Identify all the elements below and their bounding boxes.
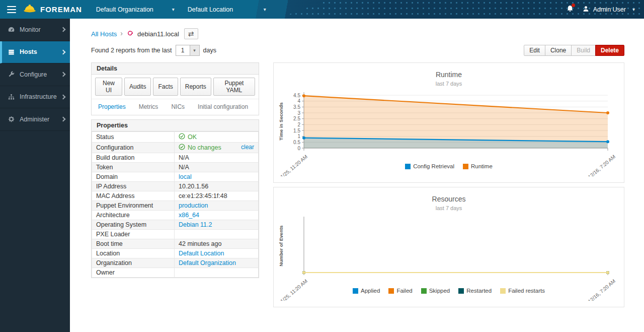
property-label: Organization xyxy=(92,258,175,268)
top-navbar: FOREMAN Default Organization Default Loc… xyxy=(0,0,644,19)
chevron-right-icon xyxy=(61,72,66,77)
gear-icon xyxy=(8,115,15,123)
property-value: 42 minutes ago xyxy=(175,239,259,249)
new-ui-button[interactable]: New UI xyxy=(95,78,122,96)
sidebar-item-label: Hosts xyxy=(20,48,37,55)
gauge-icon xyxy=(8,26,15,33)
property-row-puppet-environment: Puppet Environmentproduction xyxy=(92,201,259,211)
property-label: Location xyxy=(92,249,175,258)
puppet-yaml-button[interactable]: Puppet YAML xyxy=(213,78,255,96)
legend-item-runtime[interactable]: Runtime xyxy=(463,163,493,169)
property-value: Default Organization xyxy=(175,258,259,268)
svg-text:0.5: 0.5 xyxy=(293,140,300,145)
breadcrumb-separator: › xyxy=(120,29,123,37)
legend-item-config-retrieval[interactable]: Config Retrieval xyxy=(405,163,454,169)
hamburger-menu-button[interactable] xyxy=(0,0,23,19)
check-circle-icon xyxy=(179,144,185,152)
tab-properties[interactable]: Properties xyxy=(98,103,126,110)
reports-button[interactable]: Reports xyxy=(180,78,211,96)
property-label: IP Address xyxy=(92,182,175,191)
resources-chart-subtitle: last 7 days xyxy=(274,205,624,211)
audits-button[interactable]: Audits xyxy=(124,78,151,96)
notifications-button[interactable] xyxy=(566,5,574,14)
svg-text:2.5: 2.5 xyxy=(293,116,300,121)
runtime-swatch xyxy=(463,164,468,169)
sidebar-item-hosts[interactable]: Hosts xyxy=(0,41,70,64)
brand-logo[interactable]: FOREMAN xyxy=(23,4,82,15)
tab-metrics[interactable]: Metrics xyxy=(139,103,158,110)
failed-swatch xyxy=(388,288,394,294)
property-label: Configuration xyxy=(92,143,175,153)
property-label: MAC Address xyxy=(92,191,175,201)
user-menu[interactable]: Admin User xyxy=(582,5,635,14)
property-value: 10.20.1.56 xyxy=(175,182,259,191)
properties-table: StatusOKConfigurationNo changesclearBuil… xyxy=(92,131,259,278)
location-selector[interactable]: Default Location xyxy=(185,2,269,18)
legend-item-failed-restarts[interactable]: Failed restarts xyxy=(500,288,545,294)
applied-swatch xyxy=(353,288,358,294)
server-icon xyxy=(8,48,15,56)
svg-text:4: 4 xyxy=(297,98,300,104)
delete-button[interactable]: Delete xyxy=(595,45,624,56)
tab-nics[interactable]: NICs xyxy=(171,103,185,110)
legend-item-restarted[interactable]: Restarted xyxy=(458,288,492,294)
tab-initial-configuration[interactable]: Initial configuration xyxy=(198,103,248,110)
config-retrieval-swatch xyxy=(405,164,411,169)
property-row-operating-system: Operating SystemDebian 11.2 xyxy=(92,220,259,230)
property-row-organization: OrganizationDefault Organization xyxy=(92,258,259,268)
host-switcher-button[interactable]: ⇄ xyxy=(184,28,198,39)
clear-button[interactable]: clear xyxy=(241,144,254,151)
sidebar-item-administer[interactable]: Administer xyxy=(0,108,70,131)
runtime-chart-panel: Runtime last 7 days 00.511.522.533.544.5… xyxy=(273,62,624,183)
value-text: 10.20.1.56 xyxy=(179,183,208,190)
property-label: Architecture xyxy=(92,211,175,220)
property-row-token: TokenN/A xyxy=(92,163,259,172)
puppet-environment-link[interactable]: production xyxy=(179,202,208,209)
organization-link[interactable]: Default Organization xyxy=(179,259,236,267)
property-label: Boot time xyxy=(92,239,175,249)
runtime-chart-title: Runtime xyxy=(274,71,624,79)
property-row-location: LocationDefault Location xyxy=(92,249,259,258)
property-value: OK xyxy=(175,132,259,143)
legend-item-skipped[interactable]: Skipped xyxy=(421,288,450,294)
sidebar-item-infrastructure[interactable]: Infrastructure xyxy=(0,86,70,109)
breadcrumb-all-hosts-link[interactable]: All Hosts xyxy=(91,30,117,38)
property-value: production xyxy=(175,201,259,211)
property-label: Operating System xyxy=(92,220,175,230)
sidebar-item-monitor[interactable]: Monitor xyxy=(0,19,70,41)
properties-panel: Properties StatusOKConfigurationNo chang… xyxy=(91,119,259,278)
property-row-pxe-loader: PXE Loader xyxy=(92,230,259,239)
chevron-down-icon: ▾ xyxy=(190,45,199,55)
resources-chart-legend: AppliedFailedSkippedRestartedFailed rest… xyxy=(274,288,624,294)
architecture-link[interactable]: x86_64 xyxy=(179,212,199,219)
hardhat-icon xyxy=(23,4,36,15)
chevron-right-icon xyxy=(61,49,66,54)
failed-restarts-swatch xyxy=(500,288,506,294)
chevron-right-icon xyxy=(61,94,66,99)
legend-item-failed[interactable]: Failed xyxy=(388,288,412,294)
details-panel-title: Details xyxy=(92,63,259,75)
status-ok-value: OK xyxy=(179,133,197,141)
property-value: No changesclear xyxy=(175,143,259,153)
svg-text:3.5: 3.5 xyxy=(293,104,300,110)
main-content: All Hosts › debian11.local ⇄ Found 2 rep… xyxy=(70,19,644,332)
build-button[interactable]: Build xyxy=(571,45,596,56)
sidebar-item-configure[interactable]: Configure xyxy=(0,63,70,86)
property-label: Status xyxy=(92,132,175,143)
domain-link[interactable]: local xyxy=(179,173,192,180)
organization-selector[interactable]: Default Organization xyxy=(93,2,178,18)
property-label: PXE Loader xyxy=(92,230,175,239)
edit-button[interactable]: Edit xyxy=(524,45,545,56)
operating-system-link[interactable]: Debian 11.2 xyxy=(179,221,212,228)
report-days-value: 1 xyxy=(176,45,190,55)
report-days-select[interactable]: 1 ▾ xyxy=(176,45,200,56)
svg-text:4.5: 4.5 xyxy=(293,93,300,98)
clone-button[interactable]: Clone xyxy=(545,45,572,56)
property-value xyxy=(175,268,259,278)
property-row-mac-address: MAC Addressce:e1:23:45:1f:48 xyxy=(92,191,259,201)
property-value: N/A xyxy=(175,163,259,172)
property-row-build-duration: Build durationN/A xyxy=(92,153,259,163)
legend-item-applied[interactable]: Applied xyxy=(353,288,380,294)
facts-button[interactable]: Facts xyxy=(153,78,178,96)
location-link[interactable]: Default Location xyxy=(179,250,224,257)
